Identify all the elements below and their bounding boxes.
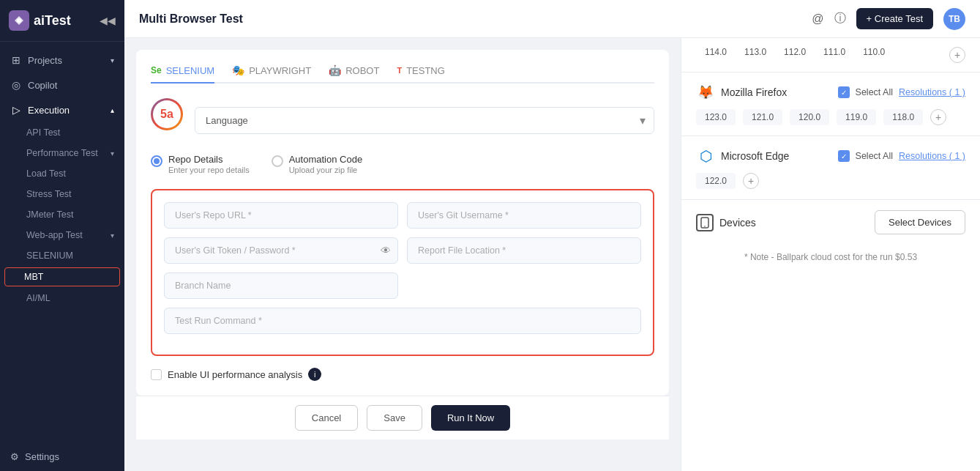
field-empty — [407, 272, 641, 299]
left-panel: Se SELENIUM 🎭 PLAYWRIGHT 🤖 ROBOT T TESTN… — [124, 38, 681, 471]
cost-note: * Note - Ballpark cloud cost for the run… — [681, 245, 980, 272]
firefox-header: 🦊 Mozilla Firefox ✓ Select All Resolutio… — [696, 83, 965, 102]
svg-point-0 — [17, 18, 21, 23]
edge-header: ⬡ Microsoft Edge ✓ Select All Resolution… — [696, 147, 965, 166]
edge-icon: ⬡ — [696, 147, 715, 166]
step-badge: 5a — [151, 98, 183, 130]
version-112: 112.0 — [775, 47, 815, 63]
testng-icon: T — [397, 66, 402, 75]
radio-row: Repo Details Enter your repo details Aut… — [151, 154, 654, 174]
sidebar-item-mbt[interactable]: MBT — [4, 267, 120, 286]
browser-section-edge: ⬡ Microsoft Edge ✓ Select All Resolution… — [681, 136, 980, 200]
version-add-icon[interactable]: + — [949, 47, 965, 63]
edge-select-all-checkbox[interactable]: ✓ — [838, 150, 850, 162]
language-select[interactable]: Language Java Python JavaScript — [195, 107, 654, 134]
report-location-input[interactable] — [407, 237, 641, 264]
version-113: 113.0 — [736, 47, 775, 63]
sidebar: aiTest ◀◀ ⊞ Projects ▾ ◎ Copilot ▷ Execu… — [0, 0, 124, 471]
field-git-token: 👁 — [164, 237, 398, 264]
edge-add-version[interactable]: + — [743, 173, 759, 189]
edge-v122[interactable]: 122.0 — [696, 173, 736, 189]
sidebar-item-projects[interactable]: ⊞ Projects ▾ — [0, 48, 124, 73]
sidebar-item-copilot[interactable]: ◎ Copilot — [0, 73, 124, 97]
sidebar-logo: aiTest ◀◀ — [0, 0, 124, 42]
version-110: 110.0 — [854, 47, 894, 63]
firefox-select-all-row: ✓ Select All Resolutions ( 1 ) — [838, 86, 965, 98]
firefox-v118[interactable]: 118.0 — [883, 109, 923, 125]
branch-name-input[interactable] — [164, 272, 398, 299]
at-icon[interactable]: @ — [812, 12, 823, 26]
firefox-v119[interactable]: 119.0 — [837, 109, 876, 125]
radio-automation-code[interactable]: Automation Code Upload your zip file — [272, 154, 362, 174]
radio-auto-circle[interactable] — [272, 155, 283, 167]
logo: aiTest — [9, 10, 71, 31]
sidebar-item-url-test[interactable]: SELENIUM — [0, 245, 124, 266]
field-test-run-command — [164, 308, 641, 334]
bottom-bar: Cancel Save Run It Now — [136, 396, 669, 440]
firefox-versions: 123.0 121.0 120.0 119.0 118.0 + — [696, 109, 965, 125]
firefox-v121[interactable]: 121.0 — [743, 109, 782, 125]
tab-testng[interactable]: T TESTNG — [397, 64, 444, 84]
logo-icon — [9, 10, 29, 31]
copilot-icon: ◎ — [10, 79, 22, 91]
tab-selenium[interactable]: Se SELENIUM — [151, 64, 214, 84]
sidebar-nav: ⊞ Projects ▾ ◎ Copilot ▷ Execution ▴ API… — [0, 42, 124, 442]
sidebar-item-api-test[interactable]: API Test — [0, 122, 124, 143]
page-title: Multi Browser Test — [139, 12, 243, 26]
info-icon[interactable]: ⓘ — [834, 11, 846, 26]
grid-icon: ⊞ — [10, 54, 22, 66]
settings-icon: ⚙ — [10, 451, 19, 462]
cancel-button[interactable]: Cancel — [295, 405, 358, 431]
edge-name-row: ⬡ Microsoft Edge — [696, 147, 789, 166]
repo-url-input[interactable] — [164, 202, 398, 229]
field-report-location — [407, 237, 641, 264]
sidebar-settings[interactable]: ⚙ Settings — [0, 442, 124, 471]
devices-label-row: Devices — [696, 214, 756, 231]
field-repo-url — [164, 202, 398, 229]
firefox-v120[interactable]: 120.0 — [790, 109, 829, 125]
chevron-down-icon: ▾ — [111, 56, 114, 64]
firefox-resolutions-link[interactable]: Resolutions ( 1 ) — [899, 87, 965, 97]
info-circle-icon[interactable]: i — [308, 368, 321, 381]
ui-perf-checkbox[interactable] — [151, 369, 162, 380]
fields-row-4 — [164, 308, 641, 334]
toggle-password-icon[interactable]: 👁 — [381, 245, 391, 256]
select-devices-button[interactable]: Select Devices — [875, 210, 965, 234]
sidebar-collapse-btn[interactable]: ◀◀ — [100, 15, 116, 26]
firefox-v123[interactable]: 123.0 — [696, 109, 736, 125]
save-button[interactable]: Save — [367, 405, 422, 431]
devices-section: Devices Select Devices — [681, 200, 980, 245]
sidebar-item-webapp-test[interactable]: Web-app Test ▾ — [0, 225, 124, 245]
fields-row-3 — [164, 272, 641, 299]
run-button[interactable]: Run It Now — [431, 405, 510, 431]
topbar: Multi Browser Test @ ⓘ + Create Test TB — [124, 0, 980, 38]
test-run-command-input[interactable] — [164, 308, 641, 334]
firefox-add-version[interactable]: + — [930, 109, 946, 125]
fields-row-2: 👁 — [164, 237, 641, 264]
sidebar-item-performance-test[interactable]: Performance Test ▾ — [0, 143, 124, 163]
firefox-icon: 🦊 — [696, 83, 715, 102]
edge-select-all-row: ✓ Select All Resolutions ( 1 ) — [838, 150, 965, 162]
sidebar-item-load-test[interactable]: Load Test — [0, 163, 124, 184]
edge-resolutions-link[interactable]: Resolutions ( 1 ) — [899, 151, 965, 161]
git-username-input[interactable] — [407, 202, 641, 229]
firefox-select-all-label: Select All — [856, 87, 893, 97]
chevron-up-icon: ▴ — [111, 106, 114, 114]
git-token-input[interactable] — [164, 237, 398, 264]
sidebar-item-aiml[interactable]: AI/ML — [0, 288, 124, 308]
perf-chevron-icon: ▾ — [111, 149, 114, 157]
tab-playwright[interactable]: 🎭 PLAYWRIGHT — [232, 64, 311, 84]
firefox-select-all-checkbox[interactable]: ✓ — [838, 86, 850, 98]
tab-robot[interactable]: 🤖 ROBOT — [329, 64, 379, 84]
radio-repo-details[interactable]: Repo Details Enter your repo details — [151, 154, 250, 174]
field-git-username — [407, 202, 641, 229]
sidebar-item-stress-test[interactable]: Stress Test — [0, 184, 124, 204]
content-area: Se SELENIUM 🎭 PLAYWRIGHT 🤖 ROBOT T TESTN… — [124, 38, 980, 471]
checkbox-row: Enable UI performance analysis i — [151, 368, 654, 381]
create-test-button[interactable]: + Create Test — [856, 8, 933, 29]
radio-repo-circle[interactable] — [151, 155, 162, 167]
sidebar-item-execution[interactable]: ▷ Execution ▴ — [0, 97, 124, 122]
sidebar-item-jmeter-test[interactable]: JMeter Test — [0, 204, 124, 225]
svg-point-2 — [704, 226, 706, 227]
selenium-icon: Se — [151, 65, 162, 75]
